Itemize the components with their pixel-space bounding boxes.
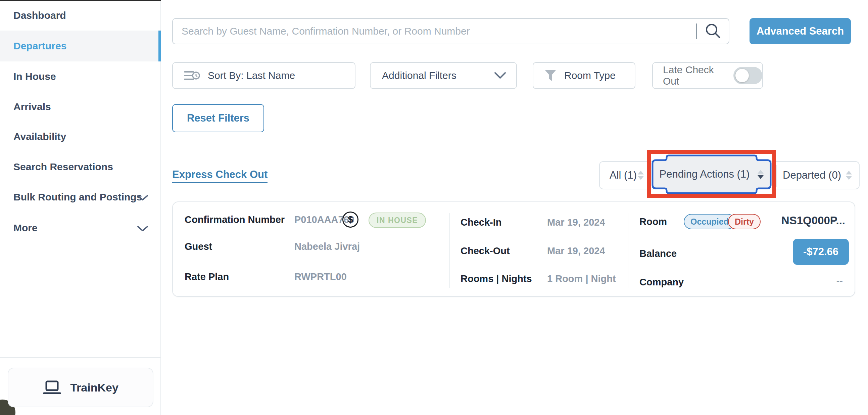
sort-arrows-icon[interactable] xyxy=(638,171,644,180)
trainkey-button[interactable]: TrainKey xyxy=(8,368,153,407)
sidebar-item-departures[interactable]: Departures xyxy=(0,31,161,61)
search-icon[interactable] xyxy=(704,22,722,40)
room-dirty-badge: Dirty xyxy=(728,214,761,229)
room-type-label: Room Type xyxy=(564,70,616,81)
card-divider xyxy=(450,213,450,288)
search-divider xyxy=(696,24,697,39)
sidebar-item-more[interactable]: More xyxy=(0,212,161,243)
late-check-out-filter: Late Check Out xyxy=(652,62,763,89)
toggle-knob xyxy=(736,69,749,82)
laptop-icon xyxy=(43,379,61,395)
room-label: Room xyxy=(640,215,667,228)
sort-icon xyxy=(184,69,200,82)
guest-label: Guest xyxy=(185,240,212,253)
dollar-glyph: $ xyxy=(348,214,353,225)
room-type-filter[interactable]: Room Type xyxy=(533,62,636,89)
reservation-card[interactable]: Confirmation Number P010AAA769 $ IN HOUS… xyxy=(172,202,855,297)
sidebar-item-arrivals[interactable]: Arrivals xyxy=(0,91,161,122)
sort-arrows-icon[interactable] xyxy=(757,170,764,179)
tab-pending-actions[interactable]: Pending Actions (1) xyxy=(651,154,772,195)
sidebar: Dashboard Departures In House Arrivals A… xyxy=(0,0,161,415)
sidebar-item-in-house[interactable]: In House xyxy=(0,61,161,92)
chevron-down-icon xyxy=(137,226,148,232)
status-badge: IN HOUSE xyxy=(369,212,426,228)
check-in-value: Mar 19, 2024 xyxy=(547,215,605,229)
tab-departed[interactable]: Departed (0) xyxy=(783,162,841,189)
card-divider xyxy=(628,213,628,288)
trainkey-label: TrainKey xyxy=(70,381,119,394)
sidebar-item-bulk-routing[interactable]: Bulk Routing and Postings xyxy=(0,182,161,212)
sort-by-dropdown[interactable]: Sort By: Last Name xyxy=(172,62,355,89)
rooms-nights-label: Rooms | Nights xyxy=(461,272,532,286)
additional-filters-label: Additional Filters xyxy=(382,70,457,81)
search-input[interactable] xyxy=(172,18,730,44)
tab-pending-actions-label: Pending Actions (1) xyxy=(659,168,750,180)
reset-filters-button[interactable]: Reset Filters xyxy=(172,104,264,132)
chevron-down-icon xyxy=(137,195,148,201)
sidebar-item-label: Dashboard xyxy=(13,10,66,21)
chevron-down-icon xyxy=(494,72,506,79)
sidebar-item-label: Availability xyxy=(13,131,66,142)
sidebar-item-label: Search Reservations xyxy=(13,161,113,173)
sidebar-item-search-reservations[interactable]: Search Reservations xyxy=(0,151,161,182)
check-out-label: Check-Out xyxy=(461,244,510,258)
filter-funnel-icon xyxy=(544,69,557,82)
sidebar-item-label: Departures xyxy=(13,40,66,52)
guest-value: Nabeela Jivraj xyxy=(294,240,360,253)
tab-divider xyxy=(776,165,777,187)
tab-divider xyxy=(650,165,651,187)
room-occupied-badge: Occupied xyxy=(684,214,736,229)
sort-arrows-icon[interactable] xyxy=(846,171,852,180)
additional-filters-dropdown[interactable]: Additional Filters xyxy=(370,62,517,89)
sidebar-item-label: Bulk Routing and Postings xyxy=(13,191,142,203)
late-check-out-label: Late Check Out xyxy=(663,64,725,87)
sidebar-item-dashboard[interactable]: Dashboard xyxy=(0,0,161,31)
sidebar-item-label: In House xyxy=(13,71,56,82)
check-in-label: Check-In xyxy=(461,215,501,229)
sidebar-item-label: Arrivals xyxy=(13,101,51,113)
sort-by-label: Sort By: Last Name xyxy=(208,70,295,81)
advanced-search-button[interactable]: Advanced Search xyxy=(749,18,851,44)
sidebar-item-label: More xyxy=(13,222,38,234)
balance-label: Balance xyxy=(640,247,677,260)
check-out-value: Mar 19, 2024 xyxy=(547,244,605,258)
rooms-nights-value: 1 Room | Night xyxy=(547,272,616,286)
room-number-value: NS1Q000P... xyxy=(781,214,845,227)
tab-all[interactable]: All (1) xyxy=(610,162,637,189)
rate-plan-label: Rate Plan xyxy=(185,270,229,284)
confirmation-number-label: Confirmation Number xyxy=(185,213,285,226)
late-check-out-toggle[interactable] xyxy=(734,67,762,84)
sidebar-item-availability[interactable]: Availability xyxy=(0,121,161,152)
balance-button[interactable]: -$72.66 xyxy=(793,239,849,265)
express-check-out-link[interactable]: Express Check Out xyxy=(172,169,268,183)
company-value: -- xyxy=(836,275,843,287)
payment-dollar-icon[interactable]: $ xyxy=(342,211,359,228)
rate-plan-value: RWPRTL00 xyxy=(294,270,347,284)
sidebar-divider xyxy=(0,357,161,358)
company-label: Company xyxy=(640,275,684,289)
